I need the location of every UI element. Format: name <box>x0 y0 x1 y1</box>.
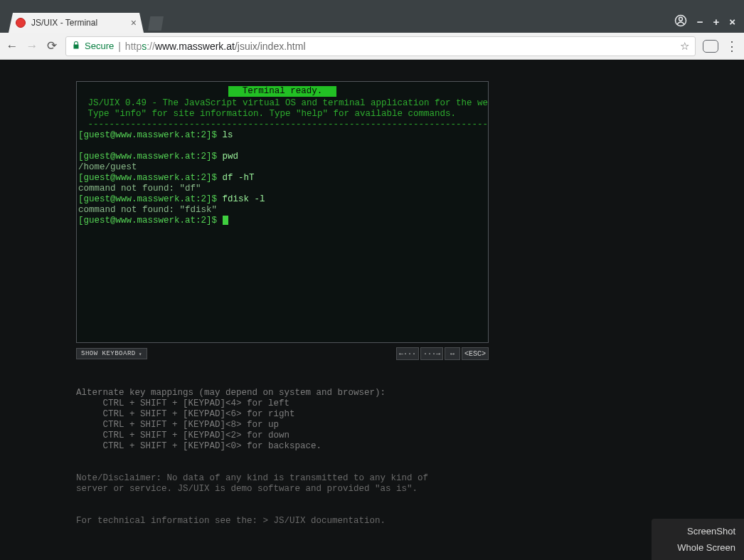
browser-tabstrip: JS/UIX - Terminal × − + × <box>0 10 744 33</box>
browser-toolbar: ← → ⟳ Secure | https://www.masswerk.at/j… <box>0 33 744 60</box>
chrome-menu-icon[interactable]: ⋮ <box>726 38 738 54</box>
comment-icon[interactable] <box>703 40 718 53</box>
new-tab-button[interactable] <box>148 16 164 31</box>
address-bar[interactable]: Secure | https://www.masswerk.at/jsuix/i… <box>65 36 696 56</box>
terminal-output: command not found: "fdisk" <box>77 205 488 216</box>
favicon-icon <box>16 18 26 28</box>
terminal-prompt-current: [guest@www.masswerk.at:2]$ <box>77 216 488 226</box>
secure-label: Secure <box>85 41 114 51</box>
terminal-line: [guest@www.masswerk.at:2]$ fdisk -l <box>77 194 488 205</box>
terminal-banner: Terminal ready. <box>228 86 337 97</box>
back-icon[interactable]: ← <box>6 39 18 53</box>
terminal-separator: ----------------------------------------… <box>77 120 488 130</box>
forward-icon: → <box>26 39 38 53</box>
terminal-output: command not found: "df" <box>77 184 488 194</box>
window-titlebar <box>0 0 744 10</box>
cursor-icon <box>223 216 228 225</box>
terminal-output: /home/guest <box>77 162 488 173</box>
terminal-line: [guest@www.masswerk.at:2]$ ls <box>77 130 488 141</box>
show-keyboard-button[interactable]: SHOW KEYBOARD▾ <box>76 348 147 359</box>
url-text: https://www.masswerk.at/jsuix/index.html <box>125 41 306 52</box>
maximize-icon[interactable]: + <box>713 16 719 28</box>
tab-title: JS/UIX - Terminal <box>31 18 97 28</box>
instructions-text: Alternate key mappings (may depend on sy… <box>76 377 489 537</box>
reload-icon[interactable]: ⟳ <box>46 38 58 53</box>
page-body: Terminal ready. JS/UIX 0.49 - The JavaSc… <box>0 60 744 560</box>
user-icon[interactable] <box>674 14 687 29</box>
bookmark-star-icon[interactable]: ☆ <box>680 40 689 53</box>
terminal-motd: JS/UIX 0.49 - The JavaScript virtual OS … <box>77 98 488 109</box>
key-both-button[interactable]: ↔ <box>445 347 460 360</box>
terminal-motd: Type "info" for site information. Type "… <box>77 109 488 120</box>
key-esc-button[interactable]: <ESC> <box>462 347 489 360</box>
close-tab-icon[interactable]: × <box>131 17 137 28</box>
browser-tab-active[interactable]: JS/UIX - Terminal × <box>9 13 144 33</box>
terminal-line: [guest@www.masswerk.at:2]$ pwd <box>77 152 488 162</box>
minimize-icon[interactable]: − <box>697 16 703 28</box>
chevron-down-icon: ▾ <box>139 351 142 357</box>
key-right-button[interactable]: ···→ <box>420 347 443 360</box>
separator: | <box>118 41 121 52</box>
terminal[interactable]: Terminal ready. JS/UIX 0.49 - The JavaSc… <box>76 81 489 343</box>
close-window-icon[interactable]: × <box>729 16 735 28</box>
terminal-controls: SHOW KEYBOARD▾ ←··· ···→ ↔ <ESC> <box>76 347 489 360</box>
terminal-line: [guest@www.masswerk.at:2]$ df -hT <box>77 173 488 184</box>
screenshot-option[interactable]: ScreenShot <box>656 523 735 539</box>
key-left-button[interactable]: ←··· <box>396 347 419 360</box>
lock-icon <box>72 41 80 52</box>
screenshot-overlay[interactable]: ScreenShot Whole Screen <box>652 519 744 560</box>
svg-point-1 <box>679 17 682 21</box>
screenshot-option[interactable]: Whole Screen <box>656 539 735 556</box>
terminal-output <box>77 141 488 152</box>
